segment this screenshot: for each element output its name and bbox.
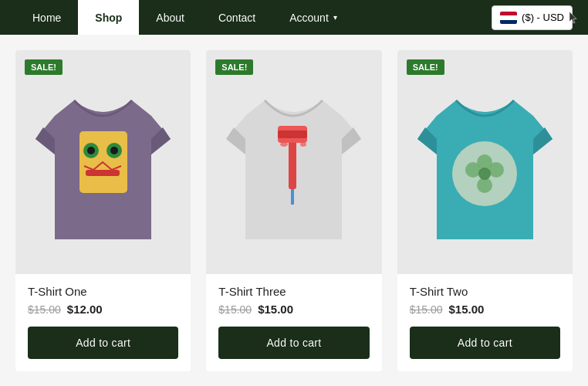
sale-badge: SALE!	[25, 59, 63, 75]
svg-point-3	[87, 147, 95, 154]
currency-label: ($) - USD	[522, 12, 564, 23]
price-original: $15.00	[218, 303, 252, 316]
chevron-down-icon: ▾	[333, 13, 337, 22]
svg-point-4	[110, 147, 118, 154]
products-section: SALE!	[0, 35, 588, 386]
nav-items: Home Shop About Contact Account ▾	[15, 0, 492, 35]
product-info: T-Shirt Three $15.00 $15.00 Add to cart	[206, 274, 381, 371]
product-image-wrap: SALE!	[397, 50, 573, 274]
product-prices: $15.00 $15.00	[218, 303, 369, 316]
price-original: $15.00	[410, 303, 443, 316]
svg-point-11	[300, 142, 306, 147]
price-sale: $15.00	[258, 303, 293, 316]
sale-badge: SALE!	[215, 59, 253, 75]
svg-rect-8	[278, 130, 307, 138]
currency-selector[interactable]: ($) - USD	[492, 5, 573, 30]
add-to-cart-button[interactable]: Add to cart	[410, 327, 560, 359]
nav-about[interactable]: About	[139, 0, 201, 35]
products-grid: SALE!	[15, 50, 573, 371]
product-image	[32, 69, 174, 255]
product-card: SALE! T-Shirt Two	[397, 50, 573, 371]
svg-rect-5	[86, 170, 120, 176]
nav-contact[interactable]: Contact	[201, 0, 272, 35]
svg-point-14	[488, 162, 504, 178]
svg-point-16	[465, 162, 481, 178]
svg-point-10	[280, 142, 288, 147]
product-image	[222, 69, 365, 255]
navbar: Home Shop About Contact Account ▾ ($) - …	[0, 0, 588, 35]
product-card: SALE!	[206, 50, 381, 371]
product-info: T-Shirt One $15.00 $12.00 Add to cart	[15, 274, 191, 371]
price-sale: $12.00	[67, 303, 103, 316]
product-image-wrap: SALE!	[15, 50, 191, 274]
add-to-cart-button[interactable]: Add to cart	[28, 327, 178, 359]
nav-home[interactable]: Home	[15, 0, 78, 35]
product-name: T-Shirt One	[28, 285, 178, 298]
price-original: $15.00	[28, 303, 61, 316]
cursor-icon	[569, 11, 578, 25]
add-to-cart-button[interactable]: Add to cart	[218, 327, 369, 359]
product-info: T-Shirt Two $15.00 $15.00 Add to cart	[397, 274, 573, 371]
price-sale: $15.00	[448, 303, 484, 316]
product-card: SALE!	[15, 50, 191, 371]
product-prices: $15.00 $12.00	[28, 303, 178, 316]
product-name: T-Shirt Three	[218, 285, 369, 298]
flag-icon	[500, 12, 517, 24]
product-prices: $15.00 $15.00	[410, 303, 560, 316]
product-image-wrap: SALE!	[206, 50, 381, 274]
svg-point-17	[478, 168, 491, 180]
nav-account[interactable]: Account ▾	[272, 0, 354, 35]
product-image	[414, 69, 556, 255]
product-name: T-Shirt Two	[410, 285, 560, 298]
nav-shop[interactable]: Shop	[78, 0, 139, 35]
sale-badge: SALE!	[407, 59, 444, 75]
